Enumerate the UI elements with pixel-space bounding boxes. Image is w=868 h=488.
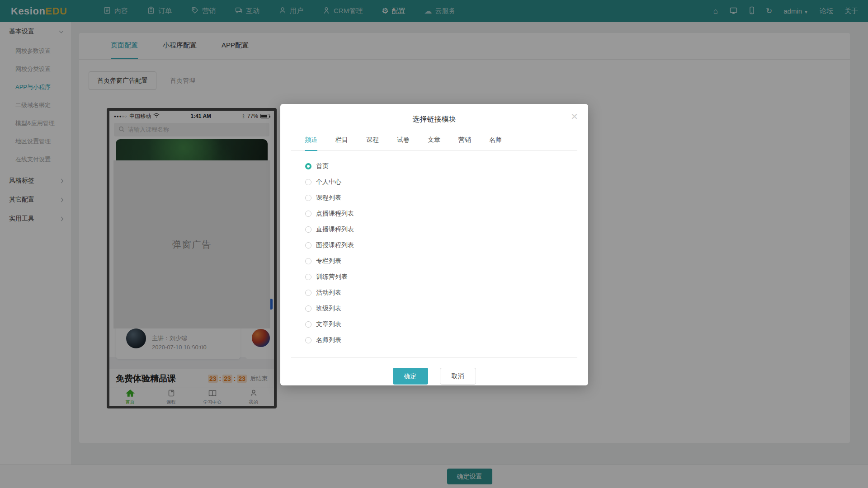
- radio-icon[interactable]: [305, 258, 311, 264]
- dialog-tab-exam[interactable]: 试卷: [397, 136, 410, 150]
- close-icon[interactable]: ✕: [571, 111, 578, 122]
- option-course-list[interactable]: 课程列表: [305, 190, 588, 206]
- radio-icon[interactable]: [305, 195, 311, 201]
- link-options-list: 首页 个人中心 课程列表 点播课程列表 直播课程列表 面授课程列表 专栏列表 训…: [280, 151, 588, 348]
- option-column-list[interactable]: 专栏列表: [305, 253, 588, 269]
- divider: [291, 357, 577, 358]
- radio-icon[interactable]: [305, 179, 311, 185]
- option-personal-center[interactable]: 个人中心: [305, 174, 588, 190]
- dialog-tab-marketing[interactable]: 营销: [458, 136, 471, 150]
- confirm-button[interactable]: 确定: [393, 368, 428, 385]
- option-activity-list[interactable]: 活动列表: [305, 285, 588, 300]
- option-live-course-list[interactable]: 直播课程列表: [305, 221, 588, 237]
- radio-icon[interactable]: [305, 337, 311, 343]
- radio-icon[interactable]: [305, 305, 311, 312]
- option-teacher-list[interactable]: 名师列表: [305, 332, 588, 348]
- radio-icon[interactable]: [305, 290, 311, 296]
- dialog-tab-teacher[interactable]: 名师: [489, 136, 502, 150]
- radio-icon[interactable]: [305, 321, 311, 328]
- dialog-tab-article[interactable]: 文章: [428, 136, 440, 150]
- option-vod-course-list[interactable]: 点播课程列表: [305, 206, 588, 221]
- radio-selected-icon[interactable]: [305, 163, 311, 169]
- radio-icon[interactable]: [305, 211, 311, 217]
- radio-icon[interactable]: [305, 226, 311, 233]
- option-class-list[interactable]: 班级列表: [305, 300, 588, 316]
- option-camp-list[interactable]: 训练营列表: [305, 269, 588, 285]
- option-offline-course-list[interactable]: 面授课程列表: [305, 237, 588, 253]
- cancel-button[interactable]: 取消: [440, 368, 476, 385]
- dialog-tab-column[interactable]: 栏目: [335, 136, 348, 150]
- dialog-tab-course[interactable]: 课程: [366, 136, 379, 150]
- option-article-list[interactable]: 文章列表: [305, 316, 588, 332]
- select-link-module-dialog: 选择链接模块 ✕ 频道 栏目 课程 试卷 文章 营销 名师 首页 个人中心 课程…: [280, 104, 588, 385]
- dialog-tabs: 频道 栏目 课程 试卷 文章 营销 名师: [291, 136, 577, 151]
- radio-icon[interactable]: [305, 274, 311, 280]
- dialog-title: 选择链接模块: [280, 115, 588, 124]
- dialog-tab-channel[interactable]: 频道: [305, 136, 317, 151]
- option-home[interactable]: 首页: [305, 158, 588, 174]
- radio-icon[interactable]: [305, 242, 311, 249]
- dialog-actions: 确定 取消: [280, 368, 588, 385]
